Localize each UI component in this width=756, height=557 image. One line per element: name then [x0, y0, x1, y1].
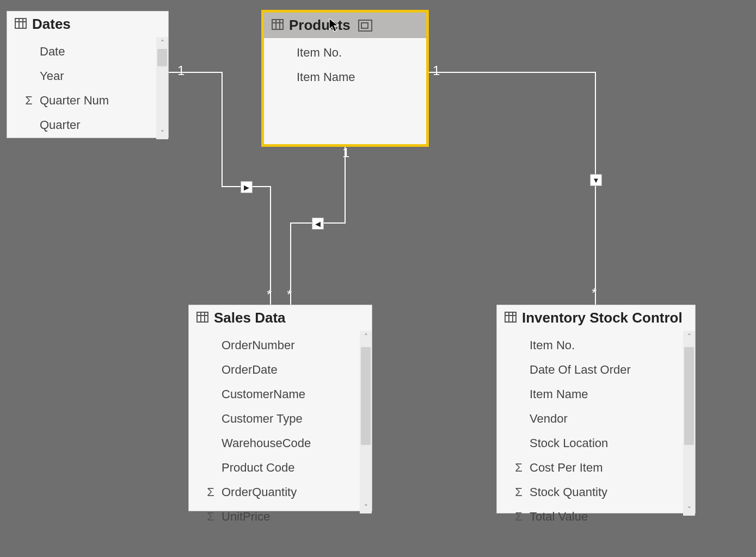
table-products[interactable]: Products Item No. Item Name: [261, 10, 429, 147]
svg-rect-12: [505, 312, 516, 322]
table-dates[interactable]: Dates Date Year Σ Quarter Num Quarter ˄: [7, 11, 169, 138]
table-title: Products: [289, 17, 351, 34]
field-label: Item No.: [530, 336, 689, 354]
field-label: Item No.: [297, 44, 420, 61]
field-row[interactable]: Σ Cost Per Item: [497, 455, 695, 480]
field-label: Year: [40, 67, 162, 85]
table-icon: [272, 17, 284, 34]
field-row[interactable]: Vendor: [497, 406, 695, 431]
cardinality-products-one-bottom: 1: [342, 145, 349, 160]
field-row[interactable]: Σ Total Value: [497, 504, 695, 529]
field-label: CustomerName: [222, 385, 365, 403]
field-label: Stock Location: [530, 434, 689, 452]
field-row[interactable]: Item Name: [497, 382, 695, 406]
scroll-thumb[interactable]: [361, 347, 371, 445]
scroll-up-arrow[interactable]: ˄: [683, 331, 695, 343]
table-title: Dates: [32, 16, 71, 33]
field-label: Total Value: [530, 508, 689, 525]
svg-rect-4: [272, 20, 283, 29]
field-label: Item Name: [297, 68, 420, 86]
scroll-down-arrow[interactable]: ˅: [156, 127, 168, 139]
table-sales-data[interactable]: Sales Data OrderNumber OrderDate Custome…: [188, 305, 372, 511]
sigma-icon: Σ: [508, 483, 530, 501]
sigma-icon: Σ: [200, 483, 222, 501]
scroll-down-arrow[interactable]: ˅: [360, 502, 372, 513]
field-label: UnitPrice: [222, 508, 365, 525]
field-label: Product Code: [222, 459, 365, 476]
cardinality-dates-one: 1: [177, 63, 185, 78]
field-label: OrderDate: [222, 361, 365, 379]
table-icon: [196, 310, 208, 326]
maximize-icon[interactable]: [358, 20, 372, 32]
field-label: WarehouseCode: [222, 434, 365, 452]
scroll-thumb[interactable]: [684, 347, 694, 445]
scroll-thumb[interactable]: [157, 49, 167, 66]
field-row[interactable]: OrderDate: [189, 357, 372, 382]
field-row[interactable]: Product Code: [189, 455, 372, 480]
scrollbar[interactable]: ˄ ˅: [683, 331, 695, 516]
cardinality-products-one-right: 1: [433, 63, 440, 78]
field-label: Customer Type: [222, 410, 365, 428]
field-row[interactable]: Year: [7, 64, 168, 88]
field-label: Quarter Num: [40, 91, 162, 109]
field-label: OrderQuantity: [222, 483, 365, 501]
field-row[interactable]: Date: [7, 39, 168, 64]
field-label: OrderNumber: [222, 336, 365, 354]
field-label: Cost Per Item: [530, 459, 689, 476]
field-label: Date: [40, 42, 162, 60]
table-header[interactable]: Inventory Stock Control: [497, 305, 695, 331]
sigma-icon: Σ: [18, 91, 40, 109]
field-row[interactable]: Item No.: [264, 40, 426, 65]
table-inventory-stock-control[interactable]: Inventory Stock Control Item No. Date Of…: [496, 305, 696, 513]
scroll-down-arrow[interactable]: ˅: [683, 504, 695, 516]
table-header[interactable]: Dates: [7, 11, 168, 37]
cardinality-sales-many-left: *: [267, 287, 272, 302]
field-row[interactable]: Stock Location: [497, 431, 695, 455]
field-row[interactable]: CustomerName: [189, 382, 372, 406]
scrollbar[interactable]: ˄ ˅: [156, 37, 168, 139]
filter-direction-arrow[interactable]: ◀: [312, 218, 324, 230]
field-row[interactable]: Quarter: [7, 113, 168, 137]
field-row[interactable]: OrderNumber: [189, 333, 372, 357]
scroll-up-arrow[interactable]: ˄: [156, 37, 168, 49]
table-title: Inventory Stock Control: [522, 310, 683, 326]
field-row[interactable]: Σ Stock Quantity: [497, 480, 695, 504]
field-row[interactable]: Item No.: [497, 333, 695, 357]
sigma-icon: Σ: [200, 508, 222, 525]
field-row[interactable]: Σ OrderQuantity: [189, 480, 372, 504]
scrollbar[interactable]: ˄ ˅: [360, 331, 372, 513]
table-header[interactable]: Products: [264, 13, 426, 38]
field-row[interactable]: Σ Quarter Num: [7, 88, 168, 113]
field-row[interactable]: Item Name: [264, 65, 426, 89]
cardinality-sales-many-right: *: [287, 287, 292, 302]
table-header[interactable]: Sales Data: [189, 305, 372, 331]
field-label: Stock Quantity: [530, 483, 689, 501]
table-title: Sales Data: [214, 310, 286, 326]
svg-rect-0: [15, 18, 26, 28]
field-label: Date Of Last Order: [530, 361, 689, 379]
filter-direction-arrow[interactable]: ▼: [590, 174, 602, 186]
svg-rect-8: [197, 312, 208, 322]
filter-direction-arrow[interactable]: ▶: [241, 181, 253, 193]
scroll-up-arrow[interactable]: ˄: [360, 331, 372, 343]
field-label: Vendor: [530, 410, 689, 428]
field-row[interactable]: Customer Type: [189, 406, 372, 431]
sigma-icon: Σ: [508, 508, 530, 525]
table-icon: [505, 310, 517, 326]
cardinality-inventory-many: *: [592, 286, 597, 301]
table-icon: [15, 16, 27, 33]
sigma-icon: Σ: [508, 459, 530, 476]
field-row[interactable]: WarehouseCode: [189, 431, 372, 455]
field-label: Quarter: [40, 116, 162, 134]
field-label: Item Name: [530, 385, 689, 403]
field-row[interactable]: Σ UnitPrice: [189, 504, 372, 529]
field-row[interactable]: Date Of Last Order: [497, 357, 695, 382]
